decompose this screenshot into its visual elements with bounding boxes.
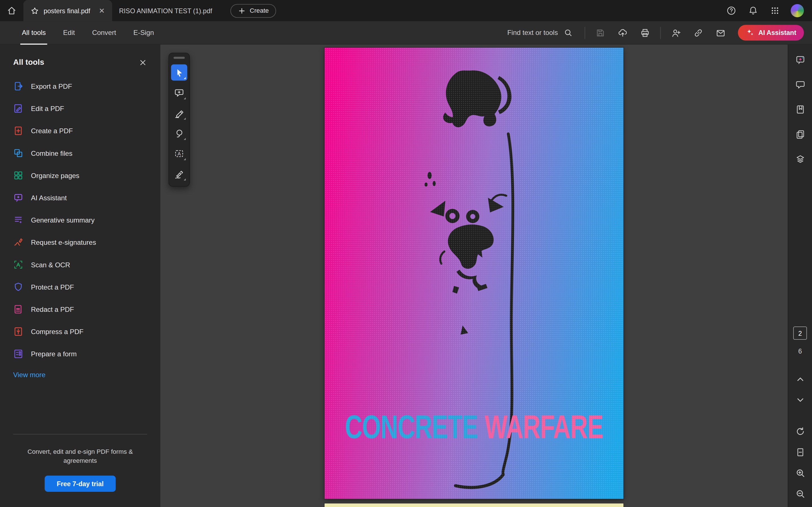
tools-panel-item[interactable]: Request e-signatures <box>5 231 155 253</box>
generative-summary-icon <box>13 215 23 225</box>
tab-riso-animation[interactable]: RISO ANIMATION TEST (1).pdf <box>112 0 219 21</box>
document-canvas[interactable]: A <box>160 45 788 507</box>
view-more-link[interactable]: View more <box>13 371 160 379</box>
tools-panel-item[interactable]: Compress a PDF <box>5 321 155 343</box>
comments-icon <box>795 80 805 90</box>
tools-panel-item-label: Organize pages <box>31 172 80 179</box>
lasso-tool[interactable] <box>171 125 188 142</box>
page-thumbnails-button[interactable] <box>793 127 807 142</box>
tools-panel-item[interactable]: Prepare a form <box>5 343 155 365</box>
pages-icon <box>795 129 805 139</box>
document-page[interactable]: CONCRETE WARFARE <box>324 48 623 499</box>
home-icon <box>6 6 17 16</box>
protect-pdf-icon <box>13 282 23 292</box>
apps-grid-button[interactable] <box>769 4 781 17</box>
prepare-form-icon <box>13 349 23 359</box>
zoom-out-button[interactable] <box>793 487 807 501</box>
next-page-button[interactable] <box>793 393 807 407</box>
current-page-input[interactable]: 2 <box>793 327 807 340</box>
main-toolbar: All tools Edit Convert E-Sign Find text … <box>0 21 812 45</box>
tools-panel-item[interactable]: Export a PDF <box>5 75 155 97</box>
tools-panel-item[interactable]: Organize pages <box>5 164 155 186</box>
help-button[interactable] <box>725 4 737 17</box>
bell-icon <box>748 6 758 16</box>
add-comment-tool[interactable] <box>171 85 188 101</box>
help-icon <box>726 6 737 16</box>
panel-title: All tools <box>13 58 44 67</box>
ai-assistant-button[interactable]: AI Assistant <box>738 25 804 41</box>
total-pages-label: 6 <box>798 347 802 355</box>
fill-sign-tool[interactable] <box>171 166 188 182</box>
tools-panel-item[interactable]: Generative summary <box>5 209 155 231</box>
tools-panel-item-label: Protect a PDF <box>31 283 74 291</box>
redact-pdf-icon <box>13 304 23 314</box>
find-input[interactable]: Find text or tools <box>501 26 579 40</box>
page-fit-button[interactable] <box>793 445 807 459</box>
create-button-label: Create <box>250 7 269 14</box>
print-icon <box>640 27 650 38</box>
avatar[interactable] <box>791 4 804 17</box>
select-text-box-tool[interactable]: A <box>171 146 188 162</box>
comment-icon <box>174 88 184 98</box>
page-container: CONCRETE WARFARE <box>324 48 623 507</box>
zoom-in-icon <box>795 468 805 478</box>
notifications-button[interactable] <box>747 4 759 17</box>
quick-tools-bar: A <box>168 53 190 186</box>
menu-all-tools[interactable]: All tools <box>13 21 54 45</box>
copy-link-button[interactable] <box>689 24 708 41</box>
tools-panel-item-label: Export a PDF <box>31 82 72 90</box>
print-button[interactable] <box>636 24 654 41</box>
select-tool[interactable] <box>171 64 188 81</box>
home-button[interactable] <box>0 0 23 21</box>
tools-panel-item[interactable]: Edit a PDF <box>5 98 155 120</box>
rotate-page-button[interactable] <box>793 425 807 439</box>
menu-bar: All tools Edit Convert E-Sign <box>0 21 163 45</box>
save-button[interactable] <box>592 24 610 41</box>
create-button[interactable]: Create <box>231 4 276 18</box>
tools-panel-item[interactable]: Redact a PDF <box>5 298 155 320</box>
tools-panel-item[interactable]: Combine files <box>5 142 155 164</box>
share-add-people-button[interactable] <box>667 24 686 41</box>
bookmarks-panel-button[interactable] <box>793 103 807 117</box>
free-trial-button[interactable]: Free 7-day trial <box>45 475 116 492</box>
add-person-icon <box>671 27 681 38</box>
menu-esign[interactable]: E-Sign <box>124 21 162 45</box>
menu-convert[interactable]: Convert <box>84 21 124 45</box>
layers-panel-button[interactable] <box>793 152 807 166</box>
tab-bar: posters final.pdf ✕ RISO ANIMATION TEST … <box>0 0 812 21</box>
tab-close-button[interactable]: ✕ <box>99 7 105 14</box>
combine-files-icon <box>13 148 23 158</box>
tab-posters-final[interactable]: posters final.pdf ✕ <box>23 0 112 21</box>
tools-panel-item[interactable]: Create a PDF <box>5 120 155 142</box>
fill-sign-icon <box>174 169 184 179</box>
drag-handle[interactable] <box>174 57 185 59</box>
highlight-tool[interactable] <box>171 105 188 121</box>
close-icon <box>139 58 147 67</box>
ai-sparkle-icon <box>746 29 755 37</box>
tools-panel-item-label: Compress a PDF <box>31 328 84 335</box>
comments-panel-button[interactable] <box>793 77 807 92</box>
tools-panel-list: Export a PDFEdit a PDFCreate a PDFCombin… <box>0 75 160 365</box>
menu-edit[interactable]: Edit <box>54 21 84 45</box>
zoom-in-button[interactable] <box>793 466 807 480</box>
tools-panel-item[interactable]: Protect a PDF <box>5 276 155 298</box>
panel-footer: Convert, edit and e-sign PDF forms & agr… <box>0 434 160 507</box>
star-icon[interactable] <box>31 6 39 15</box>
tools-panel-item[interactable]: AI Assistant <box>5 186 155 209</box>
apps-grid-icon <box>770 6 780 16</box>
acrobat-app: posters final.pdf ✕ RISO ANIMATION TEST … <box>0 0 812 507</box>
organize-pages-icon <box>13 170 23 180</box>
tools-panel-item-label: Combine files <box>31 149 72 157</box>
upload-cloud-button[interactable] <box>614 24 632 41</box>
previous-page-button[interactable] <box>793 372 807 386</box>
ai-assistant-panel-button[interactable] <box>793 53 807 67</box>
email-button[interactable] <box>712 24 730 41</box>
save-icon <box>596 27 606 38</box>
compress-pdf-icon <box>13 327 23 337</box>
toolbar-right-actions: Find text or tools <box>501 24 812 41</box>
panel-close-button[interactable] <box>139 58 147 67</box>
tools-panel-item-label: Edit a PDF <box>31 105 64 112</box>
tabbar-right-actions <box>725 4 812 17</box>
tools-panel-item[interactable]: Scan & OCR <box>5 253 155 276</box>
link-icon <box>693 27 703 38</box>
